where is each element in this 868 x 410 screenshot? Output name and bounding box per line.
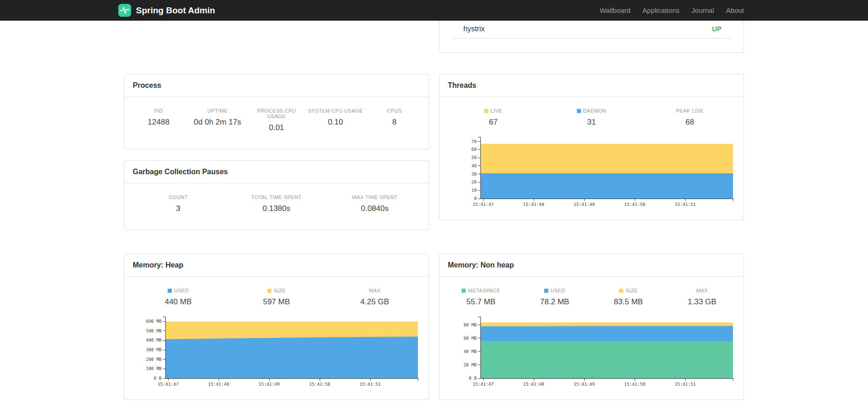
- nav-links: Wallboard Applications Journal About: [594, 6, 750, 14]
- threads-metrics: LIVE 67 DAEMON 31 PEAK LIVE: [443, 97, 740, 133]
- x-axis-tick-label: 15:41:47: [158, 382, 179, 387]
- nav-item-applications[interactable]: Applications: [637, 6, 686, 14]
- heap-used-series-swatch: [168, 289, 172, 293]
- metaspace-area-series: [480, 341, 733, 378]
- brand-link[interactable]: Spring Boot Admin: [118, 4, 215, 17]
- metric-gc-count: COUNT 3: [129, 194, 227, 213]
- memory-nonheap-card-title: Memory: Non heap: [440, 254, 744, 277]
- x-axis-tick-label: 15:41:49: [574, 202, 595, 207]
- metric-threads-peak-live: PEAK LIVE 68: [641, 108, 739, 127]
- y-axis-tick-label: 40: [472, 163, 477, 168]
- y-axis-tick-label: 30: [472, 171, 477, 177]
- metaspace-series-swatch: [462, 289, 466, 293]
- nonheap-metrics: METASPACE 55.7 MB USED 78.2 MB: [443, 277, 740, 313]
- x-axis-tick-label: 15:41:51: [675, 382, 696, 387]
- status-row-wrapper: hystrix UP: [124, 21, 744, 53]
- memory-heap-card: Memory: Heap USED 440 MB: [124, 254, 429, 400]
- y-axis-tick-label: 10: [472, 188, 477, 193]
- gc-card: Garbage Collection Pauses COUNT 3 TOTAL …: [124, 160, 429, 230]
- x-axis-tick-label: 15:41:50: [624, 382, 645, 387]
- y-axis-tick-label: 70: [472, 139, 477, 144]
- used-area-series: [165, 336, 418, 378]
- nonheap-used-series-swatch: [544, 289, 548, 293]
- metric-cpus: CPUS 8: [365, 108, 424, 132]
- metric-nonheap-metaspace: METASPACE 55.7 MB: [444, 288, 518, 307]
- y-axis-tick-label: 20 MB: [463, 362, 477, 367]
- y-axis-tick-label: 0: [474, 196, 477, 201]
- metric-nonheap-used: USED 78.2 MB: [518, 288, 592, 307]
- memory-nonheap-chart: 0 B20 MB40 MB60 MB80 MB15:41:4715:41:481…: [444, 315, 739, 387]
- brand-title: Spring Boot Admin: [136, 6, 215, 16]
- x-axis-tick-label: 15:41:48: [523, 382, 544, 387]
- y-axis-tick-label: 0 B: [469, 376, 477, 381]
- memory-heap-card-title: Memory: Heap: [124, 254, 428, 277]
- threads-card: Threads LIVE 67: [439, 74, 744, 220]
- x-axis-tick-label: 15:41:51: [675, 202, 696, 207]
- application-status-card: hystrix UP: [439, 21, 744, 53]
- process-metrics: PID 12488 UPTIME 0d 0h 2m 17s PROCESS CP…: [128, 97, 425, 139]
- spring-boot-admin-logo-icon: [118, 4, 131, 17]
- metric-heap-max: MAX 4.25 GB: [326, 288, 424, 307]
- metric-threads-live: LIVE 67: [444, 108, 542, 127]
- y-axis-tick-label: 0 B: [154, 376, 162, 381]
- y-axis-tick-label: 80 MB: [463, 322, 477, 327]
- threads-card-title: Threads: [440, 74, 744, 97]
- application-row-hystrix[interactable]: hystrix UP: [452, 21, 731, 39]
- metric-heap-used: USED 440 MB: [129, 288, 227, 307]
- y-axis-tick-label: 200 MB: [146, 357, 162, 362]
- application-name: hystrix: [463, 25, 485, 33]
- metric-pid: PID 12488: [129, 108, 188, 132]
- metric-process-cpu-usage: PROCESS CPU USAGE 0.01: [247, 108, 306, 132]
- metric-gc-max-time: MAX TIME SPENT 0.0840s: [326, 194, 424, 213]
- process-card-title: Process: [124, 74, 428, 97]
- x-axis-tick-label: 15:41:49: [259, 382, 280, 387]
- nav-item-about[interactable]: About: [720, 6, 750, 14]
- metric-gc-total-time: TOTAL TIME SPENT 0.1380s: [227, 194, 326, 213]
- memory-nonheap-card: Memory: Non heap METASPACE 55.7 MB: [439, 254, 744, 400]
- y-axis-tick-label: 60: [472, 147, 477, 152]
- live-series-swatch: [484, 109, 488, 113]
- nonheap-size-series-swatch: [619, 289, 623, 293]
- heap-size-series-swatch: [267, 289, 271, 293]
- heap-metrics: USED 440 MB SIZE 597 MB MAX: [128, 277, 425, 313]
- x-axis-tick-label: 15:41:48: [208, 382, 229, 387]
- gc-card-title: Garbage Collection Pauses: [124, 161, 428, 183]
- x-axis-tick-label: 15:41:47: [473, 382, 494, 387]
- metric-system-cpu-usage: SYSTEM CPU USAGE 0.10: [306, 108, 365, 132]
- x-axis-tick-label: 15:41:48: [523, 202, 544, 207]
- process-card: Process PID 12488 UPTIME 0d 0h 2m 17s PR…: [124, 74, 429, 149]
- y-axis-tick-label: 600 MB: [146, 319, 162, 324]
- metric-uptime: UPTIME 0d 0h 2m 17s: [188, 108, 247, 132]
- metric-heap-size: SIZE 597 MB: [227, 288, 326, 307]
- x-axis-tick-label: 15:41:51: [360, 382, 381, 387]
- top-left-spacer: [124, 21, 429, 53]
- metric-nonheap-size: SIZE 83.5 MB: [592, 288, 665, 307]
- navbar: Spring Boot Admin Wallboard Applications…: [0, 0, 868, 21]
- y-axis-tick-label: 40 MB: [463, 349, 477, 354]
- x-axis-tick-label: 15:41:49: [574, 382, 595, 387]
- nav-item-wallboard[interactable]: Wallboard: [594, 6, 637, 14]
- x-axis-tick-label: 15:41:47: [473, 202, 494, 207]
- metric-nonheap-max: MAX 1.33 GB: [665, 288, 739, 307]
- y-axis-tick-label: 60 MB: [463, 336, 477, 341]
- y-axis-tick-label: 50: [472, 155, 477, 160]
- status-badge: UP: [712, 25, 721, 33]
- y-axis-tick-label: 20: [472, 179, 477, 184]
- x-axis-tick-label: 15:41:50: [624, 202, 645, 207]
- y-axis-tick-label: 500 MB: [146, 328, 162, 333]
- threads-chart: 01020304050607015:41:4715:41:4815:41:491…: [444, 135, 739, 208]
- gc-metrics: COUNT 3 TOTAL TIME SPENT 0.1380s MAX TIM…: [128, 183, 425, 220]
- y-axis-tick-label: 400 MB: [146, 337, 162, 342]
- metric-threads-daemon: DAEMON 31: [542, 108, 641, 127]
- memory-heap-chart: 0 B100 MB200 MB300 MB400 MB500 MB600 MB1…: [129, 315, 424, 387]
- y-axis-tick-label: 300 MB: [146, 347, 162, 352]
- y-axis-tick-label: 100 MB: [146, 366, 162, 371]
- daemon-area-series: [480, 173, 733, 199]
- daemon-series-swatch: [577, 109, 581, 113]
- nav-item-journal[interactable]: Journal: [686, 6, 720, 14]
- x-axis-tick-label: 15:41:50: [309, 382, 330, 387]
